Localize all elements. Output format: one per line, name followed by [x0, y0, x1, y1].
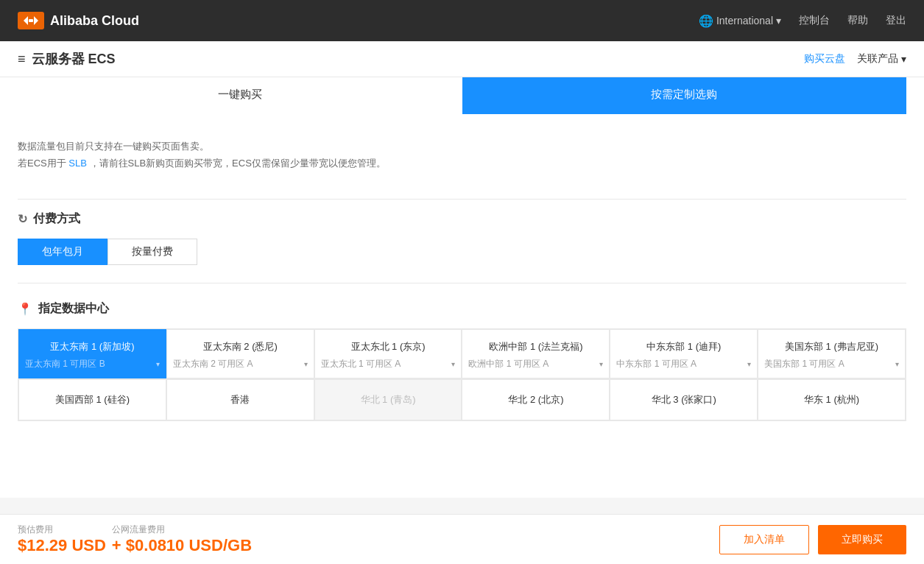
nav-help[interactable]: 帮助 [847, 14, 868, 27]
page-title-area: ≡ 云服务器 ECS [18, 50, 116, 68]
tabs: 一键购买 按需定制选购 [18, 77, 906, 114]
datacenter-grid-row2: 美国西部 1 (硅谷) 香港 华北 1 (青岛) 华北 2 (北京) 华北 3 … [18, 378, 906, 421]
dc-name-hongkong: 香港 [167, 380, 314, 420]
payment-pay-as-go-btn[interactable]: 按量付费 [107, 239, 197, 265]
dc-zone-virginia: 美国东部 1 可用区 A [764, 358, 892, 370]
related-products-chevron-icon: ▾ [901, 53, 906, 65]
divider-2 [18, 283, 906, 283]
datacenter-section-title: 📍 指定数据中心 [18, 301, 906, 317]
dc-zone-tokyo: 亚太东北 1 可用区 A [321, 358, 449, 370]
datacenter-cell-singapore[interactable]: 亚太东南 1 (新加坡) 亚太东南 1 可用区 B ▾ [18, 329, 166, 378]
lang-label: International [716, 15, 773, 27]
divider-1 [18, 199, 906, 200]
dc-name-zhangjiakou: 华北 3 (张家口) [610, 380, 757, 420]
dc-name-virginia: 美国东部 1 (弗吉尼亚) [758, 330, 905, 358]
dc-zone-dropdown-tokyo[interactable]: ▾ [451, 360, 455, 368]
datacenter-cell-qingdao: 华北 1 (青岛) [314, 379, 462, 420]
dc-zone-row-dubai: 中东东部 1 可用区 A ▾ [610, 358, 757, 378]
dc-name-dubai: 中东东部 1 (迪拜) [610, 330, 757, 358]
tab-custom-buy[interactable]: 按需定制选购 [462, 77, 907, 114]
datacenter-cell-hongkong[interactable]: 香港 [166, 379, 314, 420]
datacenter-cell-silicon-valley[interactable]: 美国西部 1 (硅谷) [18, 379, 166, 420]
datacenter-section: 📍 指定数据中心 亚太东南 1 (新加坡) 亚太东南 1 可用区 B ▾ 亚太东… [18, 301, 906, 421]
logo-icon [18, 12, 44, 29]
page-header-right: 购买云盘 关联产品 ▾ [804, 52, 906, 66]
datacenter-cell-beijing[interactable]: 华北 2 (北京) [462, 379, 610, 420]
dc-name-frankfurt: 欧洲中部 1 (法兰克福) [462, 330, 609, 358]
billing-section: ↻ 付费方式 包年包月 按量付费 [18, 211, 906, 265]
billing-section-title: ↻ 付费方式 [18, 211, 906, 227]
dc-zone-dropdown-singapore[interactable]: ▾ [156, 360, 160, 368]
dc-zone-dropdown-virginia[interactable]: ▾ [895, 360, 899, 368]
tab-quick-buy[interactable]: 一键购买 [18, 77, 462, 114]
location-icon: 📍 [18, 302, 32, 316]
logo: Alibaba Cloud [18, 12, 139, 29]
main-content: 一键购买 按需定制选购 数据流量包目前只支持在一键购买页面售卖。 若ECS用于 … [0, 77, 924, 498]
dc-zone-dropdown-frankfurt[interactable]: ▾ [599, 360, 603, 368]
dc-name-tokyo: 亚太东北 1 (东京) [315, 330, 462, 358]
datacenter-grid-row1: 亚太东南 1 (新加坡) 亚太东南 1 可用区 B ▾ 亚太东南 2 (悉尼) … [18, 328, 906, 379]
dc-zone-frankfurt: 欧洲中部 1 可用区 A [468, 358, 596, 370]
page-title-icon: ≡ [18, 52, 26, 67]
dc-zone-dropdown-dubai[interactable]: ▾ [747, 360, 751, 368]
dc-zone-dubai: 中东东部 1 可用区 A [616, 358, 744, 370]
dc-zone-singapore: 亚太东南 1 可用区 B [25, 358, 153, 370]
related-products-button[interactable]: 关联产品 ▾ [857, 52, 906, 66]
page-title: 云服务器 ECS [32, 50, 116, 68]
payment-buttons: 包年包月 按量付费 [18, 239, 906, 265]
dc-name-hangzhou: 华东 1 (杭州) [758, 380, 905, 420]
nav-logout[interactable]: 登出 [886, 14, 906, 27]
notice-line2: 若ECS用于 SLB ，请前往SLB新购页面购买带宽，ECS仅需保留少量带宽以便… [18, 155, 906, 172]
dc-zone-row-sydney: 亚太东南 2 可用区 A ▾ [167, 358, 314, 378]
payment-annual-btn[interactable]: 包年包月 [18, 239, 107, 265]
notice-line1: 数据流量包目前只支持在一键购买页面售卖。 [18, 138, 906, 155]
page-header: ≡ 云服务器 ECS 购买云盘 关联产品 ▾ [0, 41, 924, 77]
dc-name-silicon-valley: 美国西部 1 (硅谷) [19, 380, 166, 420]
notice: 数据流量包目前只支持在一键购买页面售卖。 若ECS用于 SLB ，请前往SLB新… [18, 129, 906, 187]
dc-zone-sydney: 亚太东南 2 可用区 A [173, 358, 301, 370]
dc-zone-dropdown-sydney[interactable]: ▾ [304, 360, 308, 368]
lang-selector[interactable]: 🌐 International ▾ [699, 14, 781, 28]
svg-rect-1 [29, 19, 33, 22]
spacer [18, 295, 906, 301]
dc-name-singapore: 亚太东南 1 (新加坡) [19, 330, 166, 358]
buy-disk-link[interactable]: 购买云盘 [804, 52, 845, 66]
dc-zone-row-frankfurt: 欧洲中部 1 可用区 A ▾ [462, 358, 609, 378]
refresh-icon: ↻ [18, 212, 27, 226]
dc-name-sydney: 亚太东南 2 (悉尼) [167, 330, 314, 358]
datacenter-cell-hangzhou[interactable]: 华东 1 (杭州) [758, 379, 906, 420]
globe-icon: 🌐 [699, 14, 713, 28]
datacenter-cell-tokyo[interactable]: 亚太东北 1 (东京) 亚太东北 1 可用区 A ▾ [314, 329, 462, 378]
datacenter-cell-frankfurt[interactable]: 欧洲中部 1 (法兰克福) 欧洲中部 1 可用区 A ▾ [462, 329, 610, 378]
dc-name-qingdao: 华北 1 (青岛) [315, 380, 462, 420]
dc-zone-row-tokyo: 亚太东北 1 可用区 A ▾ [315, 358, 462, 378]
lang-chevron-icon: ▾ [776, 15, 781, 27]
header-nav: 🌐 International ▾ 控制台 帮助 登出 [699, 14, 906, 28]
logo-text: Alibaba Cloud [50, 13, 139, 29]
dc-zone-row-virginia: 美国东部 1 可用区 A ▾ [758, 358, 905, 378]
dc-zone-row-singapore: 亚太东南 1 可用区 B ▾ [19, 358, 166, 378]
related-products-label: 关联产品 [857, 52, 898, 66]
datacenter-cell-zhangjiakou[interactable]: 华北 3 (张家口) [610, 379, 758, 420]
datacenter-cell-virginia[interactable]: 美国东部 1 (弗吉尼亚) 美国东部 1 可用区 A ▾ [758, 329, 906, 378]
datacenter-cell-dubai[interactable]: 中东东部 1 (迪拜) 中东东部 1 可用区 A ▾ [610, 329, 758, 378]
slb-link[interactable]: SLB [68, 158, 87, 169]
datacenter-cell-sydney[interactable]: 亚太东南 2 (悉尼) 亚太东南 2 可用区 A ▾ [166, 329, 314, 378]
header: Alibaba Cloud 🌐 International ▾ 控制台 帮助 登… [0, 0, 924, 41]
dc-name-beijing: 华北 2 (北京) [462, 380, 609, 420]
nav-console[interactable]: 控制台 [799, 14, 830, 27]
